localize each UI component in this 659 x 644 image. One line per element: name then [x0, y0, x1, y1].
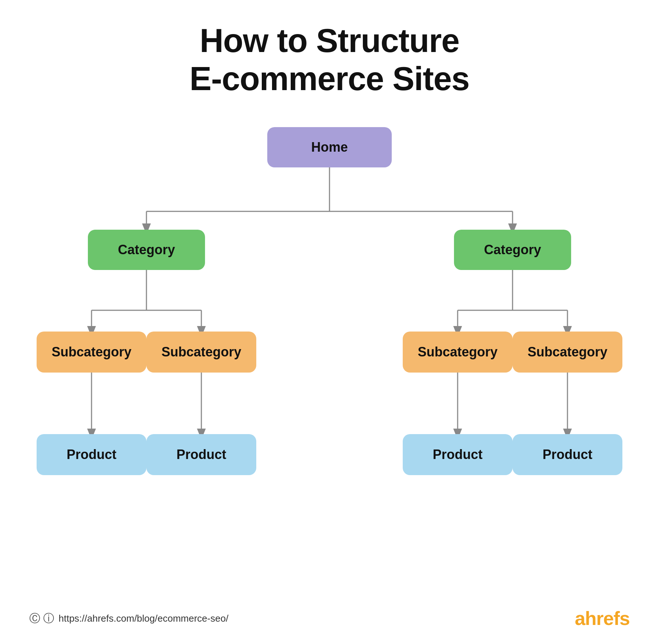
page-title: How to Structure E-commerce Sites: [190, 22, 469, 98]
node-subcategory-ll: Subcategory: [37, 332, 146, 373]
node-product-4: Product: [513, 434, 622, 475]
ahrefs-logo: ahrefs: [575, 607, 630, 629]
node-product-1: Product: [37, 434, 146, 475]
node-subcategory-rl: Subcategory: [403, 332, 513, 373]
diagram: Home Category Category Subcategory Subca…: [37, 127, 622, 585]
node-subcategory-lr: Subcategory: [146, 332, 256, 373]
footer-url: https://ahrefs.com/blog/ecommerce-seo/: [59, 613, 228, 624]
node-category-right: Category: [454, 230, 571, 270]
footer-icons: Ⓒ ⓘ: [29, 611, 54, 626]
node-product-2: Product: [146, 434, 256, 475]
info-icon: ⓘ: [43, 611, 54, 626]
nodes-container: Home Category Category Subcategory Subca…: [37, 127, 622, 493]
cc-icon: Ⓒ: [29, 611, 40, 626]
node-category-left: Category: [88, 230, 205, 270]
footer: Ⓒ ⓘ https://ahrefs.com/blog/ecommerce-se…: [29, 600, 630, 629]
node-subcategory-rr: Subcategory: [513, 332, 622, 373]
node-product-3: Product: [403, 434, 513, 475]
node-home: Home: [267, 127, 392, 167]
footer-left: Ⓒ ⓘ https://ahrefs.com/blog/ecommerce-se…: [29, 611, 228, 626]
